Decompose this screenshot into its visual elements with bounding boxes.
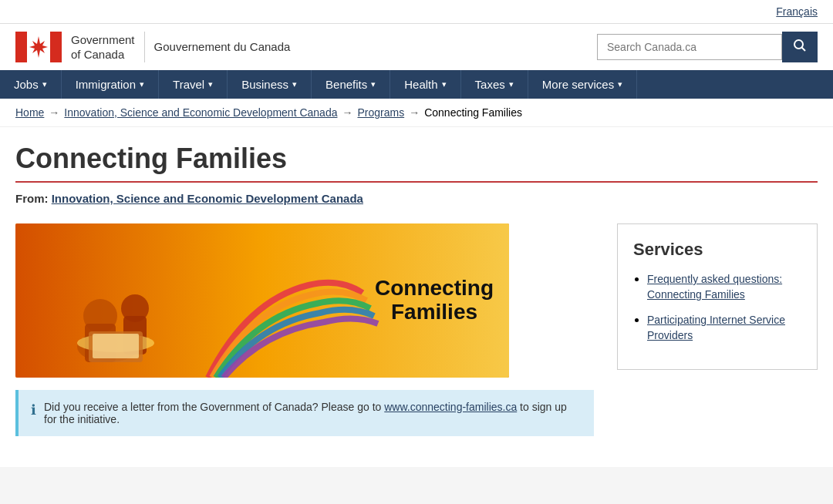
svg-point-4 <box>794 40 803 49</box>
nav-item-business[interactable]: Business ▾ <box>228 70 312 99</box>
benefits-caret-icon: ▾ <box>371 79 376 89</box>
from-line: From: Innovation, Science and Economic D… <box>15 192 818 205</box>
hero-text: Connecting Families <box>375 277 494 324</box>
language-bar: Français <box>0 0 833 24</box>
svg-rect-14 <box>93 334 139 358</box>
nav-item-more-services[interactable]: More services ▾ <box>528 70 637 99</box>
jobs-caret-icon: ▾ <box>42 79 47 89</box>
svg-rect-1 <box>50 32 62 62</box>
gov-title-en: Government of Canada <box>71 32 135 62</box>
breadcrumb-current: Connecting Families <box>424 106 522 119</box>
sidebar: Services Frequently asked questions: Con… <box>617 223 818 370</box>
canada-flag <box>15 32 62 62</box>
gov-title-fr: Gouvernement du Canada <box>154 39 291 55</box>
nav-item-health[interactable]: Health ▾ <box>390 70 460 99</box>
services-list: Frequently asked questions: Connecting F… <box>633 272 801 343</box>
nav-item-travel[interactable]: Travel ▾ <box>159 70 228 99</box>
services-title: Services <box>633 240 801 260</box>
breadcrumb-arrow-1: → <box>49 106 59 119</box>
info-box: ℹ Did you receive a letter from the Gove… <box>15 390 594 436</box>
hero-image: Connecting Families <box>15 223 509 378</box>
services-box: Services Frequently asked questions: Con… <box>617 223 818 370</box>
content-layout: Connecting Families ℹ Did you receive a … <box>15 223 818 436</box>
immigration-caret-icon: ▾ <box>140 79 144 89</box>
breadcrumb: Home → Innovation, Science and Economic … <box>0 99 833 127</box>
main-nav: Jobs ▾ Immigration ▾ Travel ▾ Business ▾… <box>0 70 833 99</box>
faq-link[interactable]: Frequently asked questions: Connecting F… <box>647 273 782 301</box>
search-button[interactable] <box>782 32 818 62</box>
more-services-caret-icon: ▾ <box>618 79 622 89</box>
breadcrumb-arrow-2: → <box>342 106 352 119</box>
title-divider <box>15 181 818 183</box>
search-area <box>597 32 818 62</box>
breadcrumb-programs[interactable]: Programs <box>357 106 404 119</box>
nav-item-taxes[interactable]: Taxes ▾ <box>461 70 528 99</box>
search-input[interactable] <box>597 34 782 60</box>
from-org-link[interactable]: Innovation, Science and Economic Develop… <box>52 192 363 205</box>
taxes-caret-icon: ▾ <box>509 79 514 89</box>
site-header: Government of Canada Gouvernement du Can… <box>0 24 833 70</box>
health-caret-icon: ▾ <box>442 79 447 89</box>
francais-link[interactable]: Français <box>776 5 818 18</box>
nav-item-immigration[interactable]: Immigration ▾ <box>62 70 159 99</box>
search-icon <box>793 39 807 52</box>
svg-line-5 <box>802 48 806 52</box>
header-separator <box>144 32 145 62</box>
breadcrumb-ised[interactable]: Innovation, Science and Economic Develop… <box>64 106 337 119</box>
isp-link[interactable]: Participating Internet Service Providers <box>647 314 785 341</box>
business-caret-icon: ▾ <box>292 79 297 89</box>
info-icon: ℹ <box>31 402 36 418</box>
breadcrumb-arrow-3: → <box>409 106 420 119</box>
page-title: Connecting Families <box>15 143 818 175</box>
list-item: Participating Internet Service Providers <box>647 313 801 343</box>
nav-item-benefits[interactable]: Benefits ▾ <box>312 70 390 99</box>
breadcrumb-home[interactable]: Home <box>15 106 44 119</box>
nav-item-jobs[interactable]: Jobs ▾ <box>0 70 62 99</box>
info-text: Did you receive a letter from the Govern… <box>44 401 381 413</box>
logo-area: Government of Canada Gouvernement du Can… <box>15 32 582 62</box>
content-main: Connecting Families ℹ Did you receive a … <box>15 223 594 436</box>
main-content: Connecting Families From: Innovation, Sc… <box>0 127 833 467</box>
connecting-families-link[interactable]: www.connecting-families.ca <box>384 401 517 413</box>
list-item: Frequently asked questions: Connecting F… <box>647 272 801 302</box>
svg-rect-0 <box>15 32 27 62</box>
travel-caret-icon: ▾ <box>208 79 213 89</box>
